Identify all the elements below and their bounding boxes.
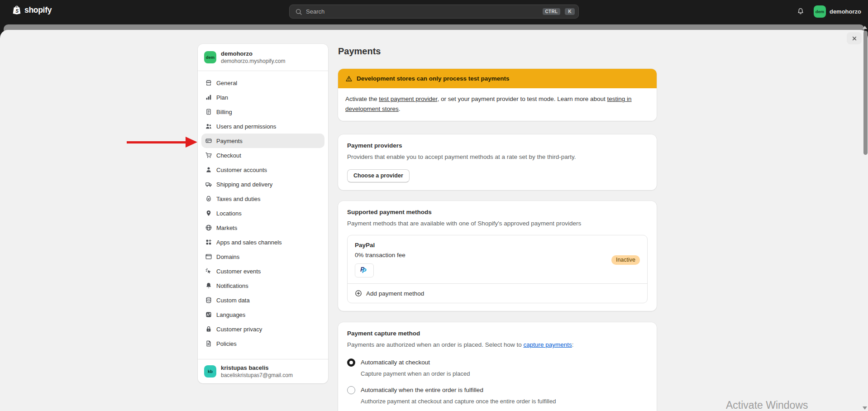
notifications-icon: [205, 282, 212, 289]
users-icon: [205, 123, 212, 130]
sidebar-item-custom-data[interactable]: Custom data: [201, 293, 324, 307]
paypal-icon: PP: [360, 266, 368, 275]
store-avatar: dem: [814, 5, 826, 18]
add-payment-method-button[interactable]: Add payment method: [348, 283, 647, 303]
sidebar-item-customer-accounts[interactable]: Customer accounts: [201, 162, 324, 177]
sidebar-item-payments[interactable]: Payments: [201, 134, 324, 148]
apps-icon: [205, 239, 212, 246]
sidebar-item-plan[interactable]: Plan: [201, 90, 324, 105]
sidebar-item-locations[interactable]: Locations: [201, 206, 324, 220]
supported-payment-methods-card: Supported payment methods Payment method…: [338, 201, 657, 311]
scrollbar-down-arrow[interactable]: [863, 406, 867, 410]
sidebar-item-label: Markets: [216, 225, 237, 231]
taxes-icon: [205, 195, 212, 202]
shipping-icon: [205, 181, 212, 188]
banner-text: Activate the: [345, 96, 379, 102]
settings-modal: dem demohorzo demohorzo.myshopify.com Ge…: [0, 30, 868, 411]
svg-text:S: S: [15, 9, 19, 14]
sidebar-item-customer-events[interactable]: Customer events: [201, 264, 324, 278]
custom-data-icon: [205, 296, 212, 304]
sidebar-item-label: Customer events: [216, 268, 261, 275]
sidebar-item-billing[interactable]: Billing: [201, 105, 324, 119]
payments-icon: [205, 137, 212, 144]
sidebar-item-languages[interactable]: Languages: [201, 307, 324, 322]
sidebar-item-label: Languages: [216, 311, 245, 318]
close-button[interactable]: [847, 32, 862, 44]
page-title: Payments: [338, 46, 657, 57]
shopify-wordmark: shopify: [24, 5, 52, 15]
radio-label: Automatically when the entire order is f…: [361, 386, 556, 394]
sidebar-item-label: Apps and sales channels: [216, 239, 282, 246]
capture-text: Payments are authorized when an order is…: [347, 341, 523, 348]
warning-icon: [345, 75, 353, 82]
user-name: kristupas bacelis: [221, 364, 293, 371]
test-payment-provider-link[interactable]: test payment provider: [379, 96, 437, 102]
sidebar-item-label: General: [216, 80, 237, 86]
sidebar-item-apps-and-sales-channels[interactable]: Apps and sales channels: [201, 235, 324, 249]
method-fee: 0% transaction fee: [355, 252, 640, 258]
warning-banner-header: Development stores can only process test…: [338, 69, 657, 88]
sidebar-item-policies[interactable]: Policies: [201, 336, 324, 351]
supported-methods-title: Supported payment methods: [347, 209, 648, 215]
account-menu[interactable]: dem demohorzo: [814, 5, 861, 18]
sidebar-item-notifications[interactable]: Notifications: [201, 278, 324, 293]
sidebar-item-label: Plan: [216, 94, 228, 101]
radio-button[interactable]: [347, 358, 355, 367]
checkout-icon: [205, 152, 212, 159]
method-name: PayPal: [355, 242, 640, 249]
search-icon: [295, 8, 302, 15]
payment-providers-description: Providers that enable you to accept paym…: [347, 153, 648, 162]
store-domain: demohorzo.myshopify.com: [221, 58, 286, 64]
status-badge: Inactive: [611, 255, 640, 265]
sidebar-item-shipping-and-delivery[interactable]: Shipping and delivery: [201, 177, 324, 191]
watermark-line1: Activate Windows: [726, 399, 833, 411]
sidebar-item-taxes-and-duties[interactable]: Taxes and duties: [201, 191, 324, 206]
account-name: demohorzo: [830, 8, 861, 15]
payment-providers-title: Payment providers: [347, 142, 648, 149]
warning-banner-title: Development stores can only process test…: [357, 75, 510, 82]
scrollbar-up-arrow[interactable]: [863, 26, 867, 29]
radio-button[interactable]: [347, 386, 355, 394]
payment-method-box: PayPal 0% transaction fee PP Inactive Ad…: [347, 235, 648, 303]
sidebar-item-customer-privacy[interactable]: Customer privacy: [201, 322, 324, 336]
capture-payments-link[interactable]: capture payments: [523, 341, 572, 348]
sidebar-item-label: Notifications: [216, 282, 248, 289]
scrollbar-thumb[interactable]: [863, 31, 868, 155]
payment-providers-card: Payment providers Providers that enable …: [338, 134, 657, 190]
sidebar-item-domains[interactable]: Domains: [201, 249, 324, 264]
user-footer[interactable]: kb kristupas bacelis baceliskristupas7@g…: [198, 359, 328, 383]
capture-title: Payment capture method: [347, 330, 648, 337]
shortcut-ctrl-key: CTRL: [543, 8, 561, 15]
markets-icon: [205, 224, 212, 231]
sidebar-item-label: Locations: [216, 210, 242, 217]
sidebar-item-general[interactable]: General: [201, 76, 324, 90]
sidebar-item-markets[interactable]: Markets: [201, 220, 324, 235]
activate-windows-watermark: Activate Windows Go to Settings to activ…: [726, 399, 833, 411]
capture-option-automatically-at-checkout[interactable]: Automatically at checkout Capture paymen…: [347, 358, 648, 377]
store-header[interactable]: dem demohorzo demohorzo.myshopify.com: [198, 44, 328, 71]
banner-text: , or set your payment provider to test m…: [437, 96, 607, 102]
policies-icon: [205, 340, 212, 347]
topbar: S shopify Search CTRL K dem demohorzo: [0, 0, 868, 24]
store-name: demohorzo: [221, 50, 286, 57]
search-placeholder: Search: [306, 8, 539, 15]
paypal-logo-box: PP: [355, 263, 374, 277]
radio-description: Authorize payment at checkout and captur…: [361, 398, 556, 405]
warning-banner-body: Activate the test payment provider, or s…: [338, 88, 657, 121]
sidebar-item-checkout[interactable]: Checkout: [201, 148, 324, 162]
capture-option-automatically-when-fulfilled[interactable]: Automatically when the entire order is f…: [347, 386, 648, 405]
capture-description: Payments are authorized when an order is…: [347, 340, 648, 349]
paypal-method-row[interactable]: PayPal 0% transaction fee PP Inactive: [348, 235, 647, 283]
languages-icon: [205, 311, 212, 318]
sidebar-item-users-and-permissions[interactable]: Users and permissions: [201, 119, 324, 134]
shopify-logo[interactable]: S shopify: [12, 5, 52, 15]
plus-circle-icon: [355, 290, 362, 297]
sidebar-item-label: Billing: [216, 109, 232, 115]
sidebar-item-label: Domains: [216, 253, 239, 260]
bell-icon[interactable]: [796, 7, 805, 15]
search-bar[interactable]: Search CTRL K: [289, 5, 579, 19]
choose-provider-button[interactable]: Choose a provider: [347, 169, 410, 182]
sidebar-item-label: Custom data: [216, 297, 250, 304]
privacy-icon: [205, 325, 212, 333]
radio-description: Capture payment when an order is placed: [361, 370, 470, 377]
